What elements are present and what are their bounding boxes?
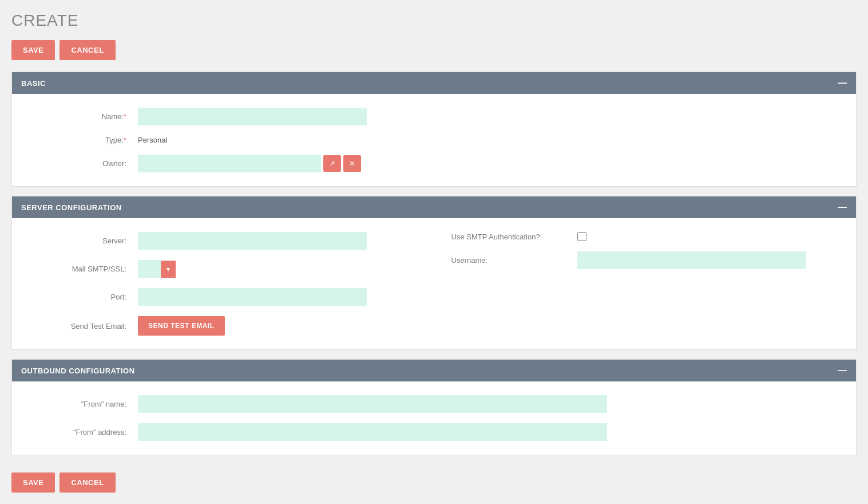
server-config-body: Server: Mail SMTP/SSL: ▾	[12, 218, 856, 349]
basic-section-body: Name:* Type:* Personal Owner: ↗	[12, 94, 856, 186]
owner-row: Owner: ↗ ✕	[23, 155, 845, 172]
ssl-select-wrapper: ▾	[138, 260, 176, 278]
from-name-input[interactable]	[138, 395, 607, 413]
outbound-config-header: OUTBOUND CONFIGURATION —	[12, 360, 856, 381]
owner-input-group: ↗ ✕	[138, 155, 361, 172]
owner-input[interactable]	[138, 155, 321, 172]
server-config-left: Server: Mail SMTP/SSL: ▾	[23, 232, 417, 336]
page-title: CREATE	[11, 11, 857, 30]
server-row: Server:	[23, 232, 417, 250]
port-input[interactable]: 25	[138, 288, 367, 306]
type-required-star: *	[124, 136, 126, 144]
server-config-right: Use SMTP Authentication?: Username:	[451, 232, 845, 336]
navigate-icon: ↗	[329, 159, 335, 168]
mail-smtp-ssl-label: Mail SMTP/SSL:	[23, 265, 138, 273]
page-container: CREATE SAVE CANCEL BASIC — Name:* Type:*	[0, 0, 868, 504]
owner-label: Owner:	[23, 159, 138, 168]
owner-clear-button[interactable]: ✕	[343, 155, 361, 172]
dropdown-icon: ▾	[167, 265, 170, 273]
server-input[interactable]	[138, 232, 367, 250]
from-name-row: "From" name:	[23, 395, 845, 413]
bottom-actions: SAVE CANCEL	[11, 467, 857, 493]
basic-section-header: BASIC —	[12, 72, 856, 94]
owner-navigate-button[interactable]: ↗	[323, 155, 341, 172]
name-input[interactable]	[138, 108, 367, 125]
username-label: Username:	[451, 256, 577, 265]
server-config-section: SERVER CONFIGURATION — Server: Mail SMTP…	[11, 196, 857, 350]
type-row: Type:* Personal	[23, 136, 845, 144]
from-address-row: "From" address:	[23, 423, 845, 441]
mail-smtp-ssl-row: Mail SMTP/SSL: ▾	[23, 260, 417, 278]
cancel-button-top[interactable]: CANCEL	[60, 40, 115, 60]
port-label: Port:	[23, 293, 138, 301]
basic-section: BASIC — Name:* Type:* Personal Owner:	[11, 72, 857, 187]
outbound-config-section: OUTBOUND CONFIGURATION — "From" name: "F…	[11, 359, 857, 455]
clear-icon: ✕	[349, 159, 355, 168]
username-row: Username:	[451, 251, 845, 269]
save-button-bottom[interactable]: SAVE	[11, 472, 55, 493]
smtp-auth-label: Use SMTP Authentication?:	[451, 233, 577, 241]
name-required-star: *	[124, 112, 126, 121]
port-row: Port: 25	[23, 288, 417, 306]
basic-section-title: BASIC	[21, 79, 46, 88]
cancel-button-bottom[interactable]: CANCEL	[60, 472, 115, 493]
outbound-config-body: "From" name: "From" address:	[12, 381, 856, 455]
from-address-label: "From" address:	[23, 428, 138, 436]
from-address-input[interactable]	[138, 423, 607, 441]
outbound-config-collapse[interactable]: —	[838, 365, 847, 376]
ssl-input[interactable]	[138, 260, 161, 278]
send-test-email-button[interactable]: SEND TEST EMAIL	[138, 316, 225, 336]
server-config-header: SERVER CONFIGURATION —	[12, 196, 856, 218]
server-label: Server:	[23, 237, 138, 245]
send-test-email-label: Send Test Email:	[23, 322, 138, 330]
top-actions: SAVE CANCEL	[11, 40, 857, 60]
server-config-grid: Server: Mail SMTP/SSL: ▾	[23, 232, 845, 336]
name-row: Name:*	[23, 108, 845, 125]
ssl-dropdown-button[interactable]: ▾	[161, 261, 176, 278]
type-value: Personal	[138, 136, 167, 144]
basic-section-collapse[interactable]: —	[838, 78, 847, 88]
smtp-auth-row: Use SMTP Authentication?:	[451, 232, 845, 241]
type-label: Type:*	[23, 136, 138, 144]
smtp-auth-checkbox[interactable]	[577, 232, 586, 241]
from-name-label: "From" name:	[23, 400, 138, 408]
save-button-top[interactable]: SAVE	[11, 40, 55, 60]
outbound-config-title: OUTBOUND CONFIGURATION	[21, 367, 135, 375]
send-test-email-row: Send Test Email: SEND TEST EMAIL	[23, 316, 417, 336]
server-config-title: SERVER CONFIGURATION	[21, 203, 122, 212]
username-input[interactable]	[577, 251, 806, 269]
server-config-collapse[interactable]: —	[838, 202, 847, 212]
name-label: Name:*	[23, 112, 138, 121]
